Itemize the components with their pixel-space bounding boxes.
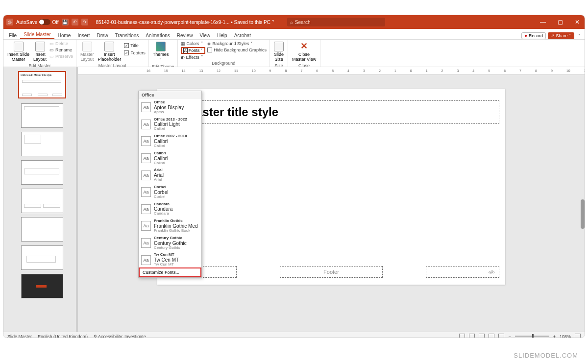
layout-thumbnail[interactable] — [21, 132, 63, 156]
reading-view-icon[interactable] — [489, 334, 494, 339]
master-thumbnail[interactable]: Click to edit Master title style — [18, 71, 66, 98]
layout-thumbnail[interactable] — [21, 245, 63, 270]
font-theme-item[interactable]: AaCalibriCalibriCalibri — [139, 150, 201, 167]
font-preview-icon: Aa — [141, 255, 151, 265]
search-box[interactable]: ⌕ Search — [287, 18, 385, 26]
save-icon[interactable]: 💾 — [62, 19, 69, 25]
tab-transitions[interactable]: Transitions — [112, 32, 143, 39]
ribbon-tabs: File Slide Master Home Insert Draw Trans… — [3, 29, 585, 40]
font-theme-item[interactable]: AaOffice 2013 - 2022Calibri LightCalibri — [139, 116, 201, 133]
autosave-toggle[interactable]: AutoSave Off — [16, 19, 59, 25]
footer-placeholder[interactable]: Footer — [280, 266, 383, 278]
font-theme-item[interactable]: AaFranklin GothicFranklin Gothic MedFran… — [139, 218, 201, 235]
tab-file[interactable]: File — [5, 32, 20, 39]
font-preview-icon: Aa — [141, 221, 151, 231]
status-view: Slide Master — [7, 334, 32, 339]
minimize-icon[interactable]: — — [538, 19, 548, 25]
fonts-header: Office — [139, 91, 201, 99]
file-name[interactable]: 85142-01-business-case-study-powerpoint-… — [96, 20, 274, 25]
record-button[interactable]: ●Record — [521, 32, 545, 39]
insert-slide-master-button[interactable]: Insert Slide Master — [6, 41, 30, 63]
insert-placeholder-button[interactable]: Insert Placeholder — [97, 41, 122, 63]
font-preview-icon: Aa — [141, 102, 151, 112]
redo-icon[interactable]: ↷ — [81, 19, 88, 25]
effects-button[interactable]: ◐ Effects ˅ — [181, 54, 206, 60]
font-theme-item[interactable]: AaArialArialArial — [139, 167, 201, 184]
layout-thumbnail[interactable] — [21, 274, 63, 298]
normal-view-icon[interactable] — [469, 334, 475, 339]
close-icon[interactable]: ✕ — [573, 19, 582, 25]
search-icon: ⌕ — [290, 20, 293, 25]
tab-animations[interactable]: Animations — [142, 32, 173, 39]
master-layout-button: Master Layout — [79, 41, 95, 63]
zoom-level[interactable]: 108% — [560, 334, 571, 339]
tab-draw[interactable]: Draw — [93, 32, 111, 39]
preserve-button: ▭ Preserve — [49, 53, 73, 59]
collapse-ribbon-icon[interactable]: ˅ — [576, 33, 583, 39]
tab-help[interactable]: Help — [214, 32, 231, 39]
font-preview-icon: Aa — [141, 136, 151, 146]
zoom-in-icon[interactable]: + — [553, 334, 556, 339]
ribbon: Insert Slide Master Insert Layout ▭ Dele… — [3, 40, 585, 67]
watermark: SLIDEMODEL.COM — [514, 352, 578, 359]
background-styles-button[interactable]: ◈ Background Styles ˅ — [207, 41, 267, 47]
font-theme-item[interactable]: AaCandaraCandaraCandara — [139, 201, 201, 218]
insert-layout-button[interactable]: Insert Layout — [32, 41, 48, 63]
tab-review[interactable]: Review — [173, 32, 196, 39]
font-preview-icon: Aa — [141, 153, 151, 163]
maximize-icon[interactable]: ▢ — [556, 19, 565, 25]
thumbnail-pane[interactable]: Click to edit Master title style — [3, 67, 76, 332]
hide-bg-checkbox[interactable]: Hide Background Graphics — [207, 47, 267, 53]
font-theme-item[interactable]: AaTw Cen MTTw Cen MTTw Cen MT — [139, 251, 201, 267]
tab-view[interactable]: View — [196, 32, 214, 39]
zoom-slider[interactable] — [515, 336, 549, 337]
customize-fonts-button[interactable]: Customize Fonts... — [139, 267, 201, 277]
layout-thumbnail[interactable] — [21, 103, 63, 128]
slide-canvas[interactable]: dit Master title style 8/13/2024 Footer … — [157, 89, 505, 285]
font-theme-item[interactable]: AaOffice 2007 - 2010CalibriCalibri — [139, 133, 201, 150]
slidenum-placeholder[interactable]: ‹#› — [426, 266, 499, 278]
undo-icon[interactable]: ↶ — [72, 19, 78, 25]
zoom-out-icon[interactable]: − — [508, 334, 511, 339]
font-theme-item[interactable]: AaCentury GothicCentury GothicCentury Go… — [139, 235, 201, 252]
layout-thumbnail[interactable] — [21, 160, 63, 185]
delete-button: ▭ Delete — [49, 41, 73, 47]
app-icon: ◎ — [6, 19, 13, 25]
work-area: Click to edit Master title style 1615141… — [3, 67, 585, 332]
fonts-dropdown: Office AaOfficeAptos DisplayAptosAaOffic… — [138, 91, 202, 278]
fit-window-icon[interactable] — [575, 334, 581, 339]
close-master-button[interactable]: ✕Close Master View — [291, 41, 317, 63]
tab-insert[interactable]: Insert — [74, 32, 93, 39]
tab-acrobat[interactable]: Acrobat — [231, 32, 254, 39]
vertical-scrollbar[interactable] — [581, 199, 585, 229]
font-preview-icon: Aa — [141, 204, 151, 214]
status-bar: Slide Master English (United Kingdom) ⚲ … — [3, 332, 585, 338]
layout-thumbnail[interactable] — [21, 217, 63, 242]
footers-checkbox[interactable]: ✓Footers — [124, 50, 146, 56]
font-theme-item[interactable]: AaCorbelCorbelCorbel — [139, 184, 201, 201]
status-language[interactable]: English (United Kingdom) — [38, 334, 88, 339]
horizontal-ruler: 1615141312111098765432101234567891011121… — [78, 67, 585, 75]
fonts-button[interactable]: AFonts ˅ — [181, 47, 206, 54]
rename-button[interactable]: ▭ Rename — [49, 47, 73, 53]
notes-icon[interactable] — [459, 334, 465, 339]
tab-slide-master[interactable]: Slide Master — [20, 31, 54, 39]
slideshow-icon[interactable] — [498, 334, 504, 339]
title-bar: ◎ AutoSave Off 💾 ↶ ↷ 85142-01-business-c… — [3, 15, 585, 29]
share-button[interactable]: ↗ Share ˅ — [548, 32, 574, 39]
title-placeholder[interactable]: dit Master title style — [163, 100, 499, 124]
title-checkbox[interactable]: ✓Title — [124, 43, 146, 49]
status-accessibility[interactable]: ⚲ Accessibility: Investigate — [94, 334, 146, 339]
font-preview-icon: Aa — [141, 187, 151, 197]
group-background: Background — [181, 61, 267, 67]
themes-button[interactable]: Themes˅ — [152, 41, 170, 64]
slide-size-button[interactable]: Slide Size — [273, 41, 285, 63]
layout-thumbnail[interactable] — [21, 189, 63, 213]
sorter-view-icon[interactable] — [479, 334, 485, 339]
tab-home[interactable]: Home — [54, 32, 74, 39]
font-preview-icon: Aa — [141, 170, 151, 180]
font-theme-item[interactable]: AaOfficeAptos DisplayAptos — [139, 99, 201, 116]
font-preview-icon: Aa — [141, 120, 151, 129]
colors-button[interactable]: ▦ Colors ˅ — [181, 41, 206, 47]
font-preview-icon: Aa — [141, 238, 151, 248]
